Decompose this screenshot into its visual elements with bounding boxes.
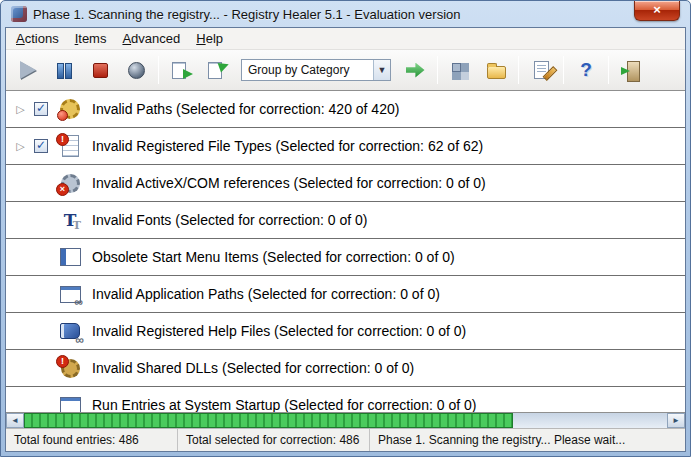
help-button[interactable] [568,54,604,87]
pause-icon [56,62,73,78]
category-row[interactable]: ▷ Invalid Registered Help Files (Selecte… [6,313,685,350]
category-list: ▷ Invalid Paths (Selected for correction… [6,91,685,412]
category-label: Invalid Paths (Selected for correction: … [92,101,399,117]
category-label: Invalid ActiveX/COM references (Selected… [92,175,486,191]
folder-icon [487,66,506,79]
go-button[interactable] [397,54,433,87]
exit-door-icon [622,61,640,80]
scroll-right-button[interactable]: ► [667,413,685,428]
app-icon [11,6,27,22]
scroll-right-icon: ► [672,416,680,425]
toolbar-separator [437,56,438,84]
invalid-file-types-icon [55,133,85,160]
invalid-shared-dlls-icon [55,355,85,382]
category-checkbox[interactable] [34,102,48,116]
status-phase: Phase 1. Scanning the registry... Please… [370,429,685,451]
scan-registry-button[interactable] [163,54,199,87]
status-bar: Total found entries: 486 Total selected … [6,428,685,451]
pause-scan-button[interactable] [46,54,82,87]
menu-item[interactable]: Advanced [114,28,188,49]
invalid-paths-icon [55,96,85,123]
menu-item-label: Help [196,31,223,46]
expander-icon[interactable]: ▷ [14,103,27,116]
category-row[interactable]: ▷ Invalid Registered File Types (Selecte… [6,128,685,165]
menu-item[interactable]: Actions [8,28,67,49]
expander-icon[interactable]: ▷ [14,140,27,153]
menu-item-label: Items [75,31,107,46]
toolbar-separator [608,56,609,84]
web-button[interactable] [118,54,154,87]
toolbar-separator [518,56,519,84]
menu-item-label: Advanced [122,31,180,46]
scrollbar-track[interactable] [24,413,667,428]
exit-button[interactable] [613,54,649,87]
category-row[interactable]: ▷ Invalid Application Paths (Selected fo… [6,276,685,313]
category-label: Invalid Registered Help Files (Selected … [92,323,466,339]
hscroll-thumb[interactable] [24,413,513,428]
fix-page-icon [207,61,227,80]
window-title: Phase 1. Scanning the registry... - Regi… [33,7,461,22]
category-row[interactable]: ▷ Invalid Shared DLLs (Selected for corr… [6,350,685,387]
report-icon [534,61,549,79]
close-icon: × [653,2,661,17]
cubes-icon [451,62,469,79]
category-label: Run Entries at System Startup (Selected … [92,397,476,412]
category-row[interactable]: ▷ Invalid Paths (Selected for correction… [6,91,685,128]
invalid-help-files-icon [55,318,85,345]
registry-healer-window: Phase 1. Scanning the registry... - Regi… [0,0,691,457]
invalid-app-paths-icon [55,281,85,308]
invalid-fonts-icon [55,207,85,234]
horizontal-scrollbar: ◄ ► [6,412,685,428]
status-total-found: Total found entries: 486 [6,429,178,451]
toolbar-separator [563,56,564,84]
go-arrow-icon [406,63,425,78]
invalid-activex-icon [55,170,85,197]
globe-icon [128,62,145,79]
scroll-left-button[interactable]: ◄ [6,413,24,428]
obsolete-start-menu-icon [55,244,85,271]
menu-item[interactable]: Items [67,28,115,49]
status-total-selected: Total selected for correction: 486 [178,429,370,451]
help-icon [580,59,592,81]
category-label: Invalid Application Paths (Selected for … [92,286,440,302]
scan-page-icon [171,61,191,80]
toolbar: Group by Category ▼ [6,50,685,91]
registry-entries-button[interactable] [442,54,478,87]
category-row[interactable]: ▷ Run Entries at System Startup (Selecte… [6,387,685,412]
report-button[interactable] [523,54,559,87]
title-bar: Phase 1. Scanning the registry... - Regi… [5,1,686,27]
run-entries-startup-icon [55,392,85,413]
category-label: Invalid Fonts (Selected for correction: … [92,212,367,228]
close-button[interactable]: × [634,1,680,21]
open-button[interactable] [478,54,514,87]
menu-item[interactable]: Help [188,28,231,49]
scroll-left-icon: ◄ [11,416,19,425]
group-by-select[interactable]: Group by Category ▼ [241,59,391,81]
menu-bar: Actions Items Advanced Help [6,28,685,50]
stop-icon [93,63,108,78]
category-row[interactable]: ▷ Obsolete Start Menu Items (Selected fo… [6,239,685,276]
resume-scan-button[interactable] [10,54,46,87]
menu-item-label: Actions [16,31,59,46]
category-label: Invalid Registered File Types (Selected … [92,138,483,154]
chevron-down-icon[interactable]: ▼ [373,60,390,80]
stop-scan-button[interactable] [82,54,118,87]
category-row[interactable]: ▷ Invalid ActiveX/COM references (Select… [6,165,685,202]
category-label: Obsolete Start Menu Items (Selected for … [92,249,455,265]
category-row[interactable]: ▷ Invalid Fonts (Selected for correction… [6,202,685,239]
toolbar-separator [158,56,159,84]
client-area: Actions Items Advanced Help [5,27,686,452]
group-by-value: Group by Category [248,63,349,77]
fix-registry-button[interactable] [199,54,235,87]
resume-arrow-icon [20,61,36,79]
category-checkbox[interactable] [34,139,48,153]
category-label: Invalid Shared DLLs (Selected for correc… [92,360,414,376]
